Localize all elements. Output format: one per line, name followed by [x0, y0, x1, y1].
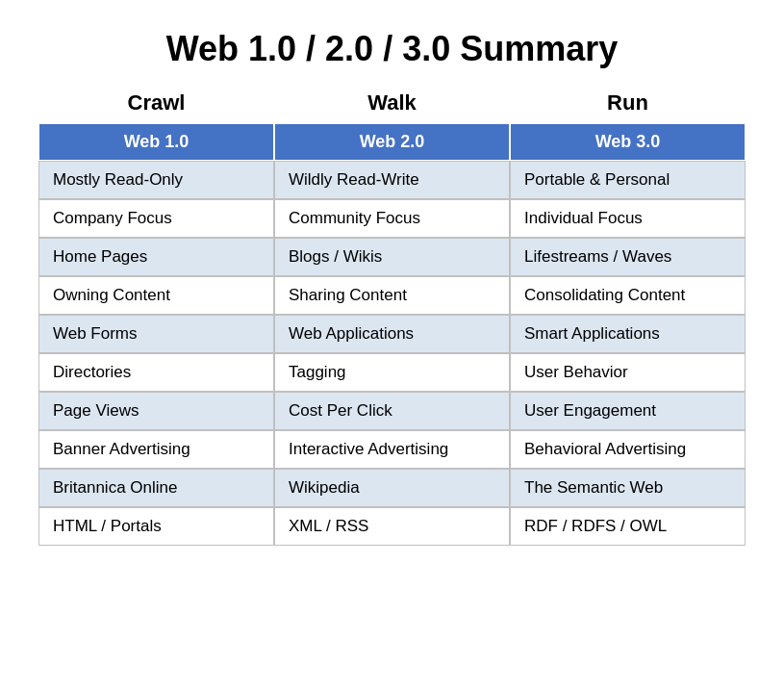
table-cell: Banner Advertising: [38, 430, 274, 469]
table-row: Owning ContentSharing ContentConsolidati…: [38, 276, 746, 315]
table-row: Page ViewsCost Per ClickUser Engagement: [38, 392, 746, 430]
table-row: Banner AdvertisingInteractive Advertisin…: [38, 430, 746, 469]
table-cell: Wikipedia: [274, 469, 510, 507]
table-cell: Company Focus: [38, 199, 274, 238]
table-cell: XML / RSS: [274, 507, 510, 546]
table-cell: Wildly Read-Write: [274, 161, 510, 199]
col-header-crawl: Crawl: [38, 87, 274, 119]
table-cell: Community Focus: [274, 199, 510, 238]
table-cell: User Engagement: [510, 392, 746, 430]
page-container: Web 1.0 / 2.0 / 3.0 Summary Crawl Walk R…: [19, 19, 765, 565]
col-header-walk: Walk: [274, 87, 510, 119]
table-cell: Individual Focus: [510, 199, 746, 238]
table-cell: Owning Content: [38, 276, 274, 315]
page-title: Web 1.0 / 2.0 / 3.0 Summary: [38, 29, 746, 69]
header-web10: Web 1.0: [38, 123, 274, 161]
table-cell: HTML / Portals: [38, 507, 274, 546]
header-web20: Web 2.0: [274, 123, 510, 161]
table-cell: Cost Per Click: [274, 392, 510, 430]
table-row: DirectoriesTaggingUser Behavior: [38, 353, 746, 392]
table-cell: Tagging: [274, 353, 510, 392]
data-rows-container: Mostly Read-OnlyWildly Read-WritePortabl…: [38, 161, 746, 546]
table-cell: User Behavior: [510, 353, 746, 392]
version-header-row: Web 1.0 Web 2.0 Web 3.0: [38, 123, 746, 161]
table-cell: Lifestreams / Waves: [510, 238, 746, 276]
header-web30: Web 3.0: [510, 123, 746, 161]
table-cell: Directories: [38, 353, 274, 392]
table-cell: Consolidating Content: [510, 276, 746, 315]
table-row: Britannica OnlineWikipediaThe Semantic W…: [38, 469, 746, 507]
table-cell: Smart Applications: [510, 315, 746, 353]
table-row: Company FocusCommunity FocusIndividual F…: [38, 199, 746, 238]
table-row: HTML / PortalsXML / RSSRDF / RDFS / OWL: [38, 507, 746, 546]
table-cell: The Semantic Web: [510, 469, 746, 507]
table-cell: Blogs / Wikis: [274, 238, 510, 276]
table-cell: Britannica Online: [38, 469, 274, 507]
col-header-run: Run: [510, 87, 746, 119]
table-cell: Page Views: [38, 392, 274, 430]
table-cell: Portable & Personal: [510, 161, 746, 199]
table-wrapper: Crawl Walk Run Web 1.0 Web 2.0 Web 3.0 M…: [38, 87, 746, 546]
table-cell: Behavioral Advertising: [510, 430, 746, 469]
table-row: Mostly Read-OnlyWildly Read-WritePortabl…: [38, 161, 746, 199]
table-cell: Mostly Read-Only: [38, 161, 274, 199]
col-headers-row: Crawl Walk Run: [38, 87, 746, 119]
table-cell: Web Applications: [274, 315, 510, 353]
table-row: Web FormsWeb ApplicationsSmart Applicati…: [38, 315, 746, 353]
table-cell: Home Pages: [38, 238, 274, 276]
table-row: Home PagesBlogs / WikisLifestreams / Wav…: [38, 238, 746, 276]
table-cell: Interactive Advertising: [274, 430, 510, 469]
table-cell: Web Forms: [38, 315, 274, 353]
table-cell: RDF / RDFS / OWL: [510, 507, 746, 546]
table-cell: Sharing Content: [274, 276, 510, 315]
